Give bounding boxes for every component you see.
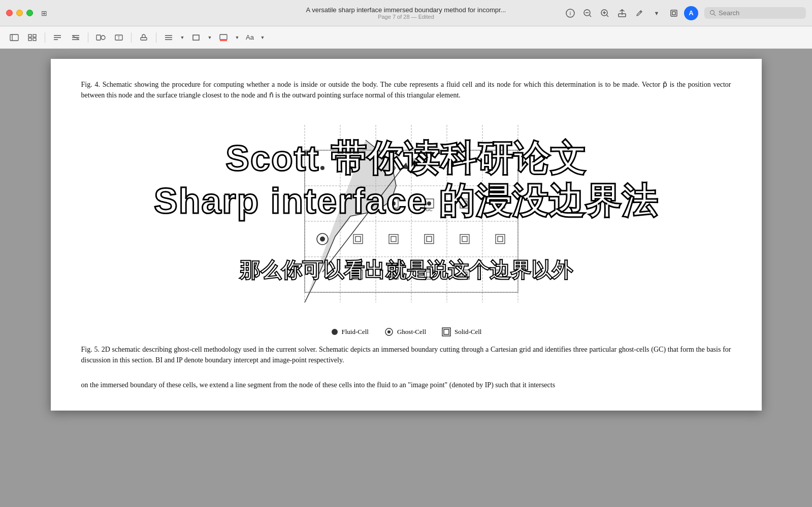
svg-rect-79 — [460, 234, 469, 244]
color-button[interactable] — [215, 30, 232, 45]
border-button[interactable] — [188, 30, 204, 45]
svg-rect-12 — [672, 12, 675, 15]
svg-rect-91 — [496, 270, 505, 279]
svg-rect-18 — [33, 35, 36, 37]
svg-rect-11 — [671, 10, 677, 16]
svg-rect-83 — [353, 270, 363, 279]
svg-rect-70 — [498, 201, 503, 206]
svg-rect-92 — [498, 272, 503, 277]
fluid-cell-icon — [331, 328, 339, 336]
svg-rect-86 — [391, 272, 396, 277]
figure-legend: Fluid-Cell Ghost-Cell Solid-Cell — [331, 327, 482, 337]
svg-rect-20 — [33, 38, 36, 41]
svg-rect-88 — [427, 272, 432, 277]
window-button[interactable] — [667, 6, 681, 20]
svg-rect-19 — [28, 38, 31, 41]
grid-svg: BI GC GC — [274, 110, 538, 323]
titlebar-actions: i — [563, 6, 806, 20]
solid-cell-icon — [441, 327, 451, 337]
align-button[interactable] — [160, 30, 177, 45]
svg-rect-74 — [355, 236, 361, 242]
stamp-button[interactable] — [136, 30, 152, 45]
svg-line-8 — [607, 15, 608, 17]
svg-rect-81 — [496, 234, 505, 244]
svg-point-93 — [332, 329, 338, 335]
legend-ghost-cell: Ghost-Cell — [384, 327, 426, 337]
svg-point-95 — [387, 330, 391, 333]
legend-fluid-cell: Fluid-Cell — [331, 328, 369, 336]
text-box-button[interactable]: T — [111, 30, 127, 45]
svg-rect-87 — [425, 270, 434, 279]
svg-rect-28 — [96, 35, 101, 40]
svg-rect-75 — [389, 234, 398, 244]
border-chevron-icon[interactable]: ▼ — [206, 30, 213, 45]
svg-point-58 — [428, 166, 431, 170]
svg-point-64 — [427, 201, 431, 206]
shape-button[interactable] — [92, 30, 109, 45]
svg-rect-80 — [462, 236, 467, 242]
svg-point-60 — [356, 201, 360, 206]
close-button[interactable] — [6, 10, 13, 16]
svg-rect-69 — [496, 199, 505, 208]
svg-line-4 — [590, 15, 591, 17]
svg-rect-89 — [460, 270, 469, 279]
fig4-caption: Fig. 4. Schematic showing the procedure … — [81, 79, 731, 100]
svg-rect-97 — [444, 329, 449, 334]
strikethrough-button[interactable] — [68, 30, 84, 45]
search-bar[interactable] — [704, 7, 806, 19]
fig5-caption: Fig. 5. 2D schematic describing ghost-ce… — [81, 344, 731, 365]
svg-point-71 — [320, 236, 325, 242]
toolbar: T ▼ ▼ ▼ Aa ▼ — [0, 26, 812, 49]
svg-text:T: T — [118, 36, 120, 40]
svg-point-57 — [392, 166, 395, 170]
svg-text:i: i — [570, 10, 571, 16]
svg-line-14 — [714, 14, 716, 16]
sidebar-panel-button[interactable] — [6, 30, 22, 45]
svg-rect-84 — [355, 272, 361, 277]
chevron-down-icon[interactable]: ▼ — [649, 6, 664, 20]
align-chevron-icon[interactable]: ▼ — [179, 30, 186, 45]
font-chevron-icon[interactable]: ▼ — [259, 30, 266, 45]
figure-area: BI GC GC — [274, 110, 538, 323]
toolbar-separator-4 — [156, 32, 156, 43]
share-button[interactable] — [615, 6, 629, 20]
thumbnail-view-button[interactable] — [24, 30, 41, 45]
font-button[interactable]: Aa — [243, 30, 257, 45]
document-title: A versatile sharp interface immersed bou… — [306, 6, 506, 14]
toolbar-separator-1 — [45, 32, 45, 43]
redact-button[interactable] — [49, 30, 66, 45]
svg-text:BI: BI — [410, 157, 416, 163]
svg-rect-85 — [389, 270, 398, 279]
ghost-cell-icon — [384, 327, 394, 337]
main-content: Fig. 4. Schematic showing the procedure … — [0, 49, 812, 507]
svg-point-56 — [356, 166, 360, 170]
svg-rect-36 — [193, 35, 199, 40]
zoom-out-button[interactable] — [580, 6, 595, 20]
color-chevron-icon[interactable]: ▼ — [234, 30, 241, 45]
svg-text:GC: GC — [426, 207, 433, 212]
sidebar-toggle-button[interactable]: ⊞ — [37, 6, 51, 20]
zoom-in-button[interactable] — [598, 6, 612, 20]
minimize-button[interactable] — [16, 10, 23, 16]
svg-rect-68 — [462, 201, 467, 206]
maximize-button[interactable] — [26, 10, 33, 16]
traffic-lights — [6, 10, 33, 16]
search-input[interactable] — [719, 9, 790, 17]
svg-rect-90 — [462, 272, 467, 277]
svg-point-29 — [101, 36, 105, 40]
pdf-page: Fig. 4. Schematic showing the procedure … — [51, 59, 762, 411]
highlight-button[interactable] — [632, 6, 646, 20]
svg-rect-76 — [391, 236, 396, 242]
body-text: on the immersed boundary of these cells,… — [81, 380, 731, 390]
svg-rect-38 — [220, 40, 227, 41]
svg-rect-15 — [10, 35, 18, 41]
titlebar: ⊞ A versatile sharp interface immersed b… — [0, 0, 812, 26]
toolbar-separator-3 — [131, 32, 132, 43]
toolbar-separator-2 — [88, 32, 88, 43]
info-button[interactable]: i — [563, 6, 577, 20]
page-info: Page 7 of 28 — Edited — [306, 14, 506, 20]
legend-ghost-label: Ghost-Cell — [397, 328, 426, 336]
profile-button[interactable]: A — [684, 6, 698, 20]
svg-text:GC: GC — [390, 207, 397, 212]
svg-rect-77 — [425, 234, 434, 244]
